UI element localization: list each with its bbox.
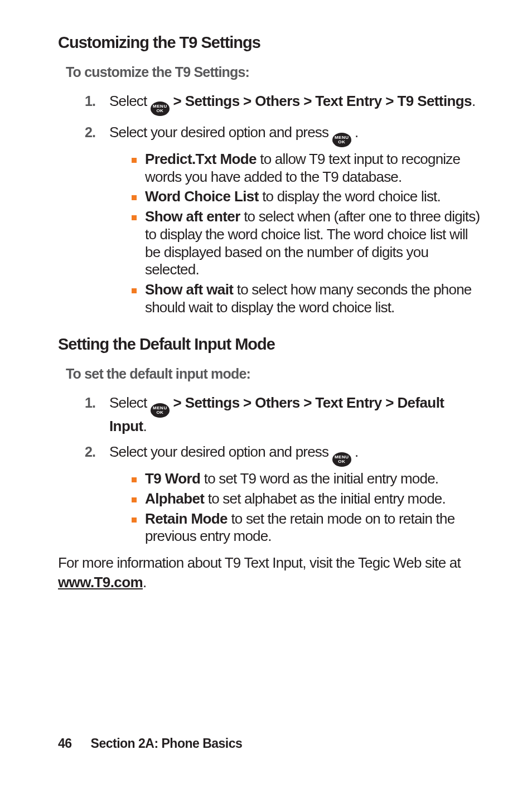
menu-ok-icon: MENUOK [332,133,351,147]
menu-ok-icon: MENUOK [151,403,170,418]
step-1: Select MENUOK > Settings > Others > Text… [85,93,481,116]
option-wordchoice: Word Choice List to display the word cho… [132,188,481,206]
option-label: Alphabet [145,490,204,507]
option-label: Word Choice List [145,188,259,205]
option-predict: Predict.Txt Mode to allow T9 text input … [132,151,481,186]
period: . [351,443,359,460]
menu-ok-icon: MENUOK [332,452,351,467]
period: . [472,93,475,109]
option-retain: Retain Mode to set the retain mode on to… [132,510,481,545]
page-number: 46 [58,736,72,751]
option-desc: to display the word choice list. [259,188,441,205]
option-label: Show aft wait [145,281,233,298]
para-text: For more information about T9 Text Input… [58,554,461,571]
step2-text: Select your desired option and press [109,443,332,460]
option-label: Show aft enter [145,208,240,225]
options-list: T9 Word to set T9 word as the initial en… [132,470,481,545]
step1-path: > Settings > Others > Text Entry > T9 Se… [170,93,472,109]
period: . [351,124,359,141]
period: . [143,574,146,591]
subheading-default-input: To set the default input mode: [66,366,481,382]
steps-default-input: Select MENUOK > Settings > Others > Text… [85,394,481,545]
step-2: Select your desired option and press MEN… [85,124,481,316]
subheading-customize-t9: To customize the T9 Settings: [66,64,481,80]
period: . [143,418,147,434]
option-label: Predict.Txt Mode [145,151,257,167]
heading-default-input: Setting the Default Input Mode [58,335,481,354]
step2-text: Select your desired option and press [109,124,332,141]
option-aftwait: Show aft wait to select how many seconds… [132,281,481,316]
option-label: T9 Word [145,470,200,487]
option-desc: to set alphabet as the initial entry mod… [204,490,445,507]
menu-ok-icon: MENUOK [151,101,170,116]
page-footer: 46Section 2A: Phone Basics [58,736,242,751]
step1-pre: Select [109,93,151,109]
link-t9[interactable]: www.T9.com [58,574,143,591]
more-info-paragraph: For more information about T9 Text Input… [58,553,481,592]
option-label: Retain Mode [145,510,228,527]
heading-customize-t9: Customizing the T9 Settings [58,33,481,52]
options-list: Predict.Txt Mode to allow T9 text input … [132,151,481,316]
option-t9word: T9 Word to set T9 word as the initial en… [132,470,481,488]
step-1: Select MENUOK > Settings > Others > Text… [85,394,481,436]
footer-section: Section 2A: Phone Basics [91,736,243,751]
steps-customize-t9: Select MENUOK > Settings > Others > Text… [85,93,481,316]
step1-pre: Select [109,394,151,411]
step-2: Select your desired option and press MEN… [85,443,481,545]
option-desc: to set T9 word as the initial entry mode… [200,470,438,487]
option-alphabet: Alphabet to set alphabet as the initial … [132,490,481,508]
option-aftenter: Show aft enter to select when (after one… [132,208,481,279]
